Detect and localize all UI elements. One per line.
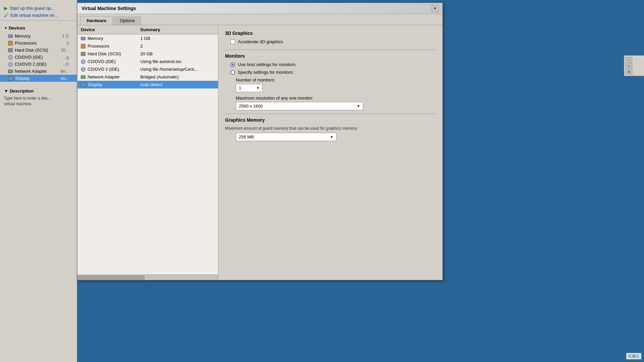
device-cell: Display (77, 81, 137, 88)
cdrom2-device-name: CD/DVD 2 (IDE) (88, 67, 119, 72)
monitors-option2-radio[interactable] (230, 70, 235, 75)
memory-summary: 1 GB (137, 35, 218, 43)
sidebar-memory-value: 1 G (62, 34, 69, 39)
max-resolution-arrow-icon: ▼ (357, 104, 360, 108)
sidebar-item-harddisk[interactable]: Hard Disk (SCSI) 20... (0, 47, 77, 54)
sidebar-processors-label: Processors (15, 41, 37, 46)
sidebar-item-cdrom1[interactable]: CD/DVD (IDE) ...g (0, 54, 77, 61)
dialog-title: Virtual Machine Settings (82, 6, 136, 11)
sidebar-cdrom1-label: CD/DVD (IDE) (15, 55, 43, 60)
device-list-scrollbar[interactable] (77, 275, 218, 280)
num-monitors-dropdown[interactable]: 1 ▼ (236, 84, 263, 92)
graphics-memory-sublabel: Maximum amount of guest memory that can … (225, 126, 436, 131)
graphics-memory-title: Graphics Memory (225, 117, 436, 123)
divider-1 (225, 50, 436, 50)
memory-device-name: Memory (88, 36, 103, 41)
device-cell: Memory (77, 35, 137, 43)
cdrom1-summary: Using file autoinst.iso (137, 58, 218, 65)
sidebar-item-cdrom2[interactable]: CD/DVD 2 (IDE) ...D (0, 61, 77, 68)
cdrom2-icon (8, 62, 13, 67)
cdrom1-icon (8, 55, 13, 60)
cpu-icon (8, 41, 13, 46)
network-table-icon (81, 75, 86, 79)
play-icon: ▶ (4, 5, 8, 11)
close-window-button[interactable]: ✕ (626, 69, 632, 74)
monitors-option2-row: Specify settings for monitors: (230, 70, 436, 75)
sidebar-item-harddisk-left: Hard Disk (SCSI) (8, 48, 48, 53)
device-cell: CD/DVD 2 (IDE) (77, 65, 137, 73)
device-cell: CD/DVD (IDE) (77, 58, 137, 65)
edit-link[interactable]: 🖊 Edit virtual machine se... (4, 13, 73, 18)
sidebar-item-processors-left: Processors (8, 41, 37, 46)
disk-table-icon (81, 52, 86, 56)
device-list-panel: Device Summary Memory 1 GB (77, 25, 218, 280)
num-monitors-value: 1 (239, 85, 241, 90)
dialog-title-bar: Virtual Machine Settings ✕ (77, 3, 442, 14)
accelerate-3d-row: Accelerate 3D graphics (230, 39, 436, 44)
sidebar-display-value: Au... (60, 76, 69, 81)
edit-label: Edit virtual machine se... (10, 13, 58, 18)
tabs-bar: Hardware Options (77, 14, 442, 25)
left-panel-top: ▶ Start up this guest op... 🖊 Edit virtu… (0, 3, 77, 21)
tab-hardware[interactable]: Hardware (80, 16, 113, 25)
divider-2 (225, 114, 436, 114)
accelerate-3d-label: Accelerate 3D graphics (238, 39, 283, 44)
sidebar-processors-value: 2 (66, 41, 69, 46)
startup-link[interactable]: ▶ Start up this guest op... (4, 5, 73, 11)
accelerate-3d-checkbox[interactable] (230, 40, 235, 44)
cdrom2-table-icon (81, 67, 86, 72)
device-table: Device Summary Memory 1 GB (77, 25, 218, 88)
sidebar-display-label: Display (15, 76, 30, 81)
max-resolution-label: Maximum resolution of any one monitor: (236, 96, 436, 101)
devices-section-header[interactable]: ▼ Devices (0, 23, 77, 33)
max-resolution-value: 2560 x 1600 (239, 104, 263, 109)
table-row[interactable]: Network Adapter Bridged (Automatic) (77, 73, 218, 81)
table-row[interactable]: CD/DVD 2 (IDE) Using file /home/setup/Ce… (77, 65, 218, 73)
table-row[interactable]: CD/DVD (IDE) Using file autoinst.iso (77, 58, 218, 65)
cdrom1-device-name: CD/DVD (IDE) (88, 59, 116, 64)
table-row[interactable]: Display Auto detect (77, 81, 218, 88)
monitors-option1-label: Use host settings for monitors (238, 62, 296, 67)
monitors-option1-radio[interactable] (230, 62, 235, 67)
sidebar-item-memory-left: Memory (8, 34, 31, 39)
table-row[interactable]: Hard Disk (SCSI) 20 GB (77, 50, 218, 58)
display-summary: Auto detect (137, 81, 218, 88)
cpu-device-name: Processors (88, 44, 109, 49)
table-row[interactable]: Processors 2 (77, 42, 218, 50)
sidebar-item-memory[interactable]: Memory 1 G (0, 33, 77, 40)
sidebar-item-cdrom2-left: CD/DVD 2 (IDE) (8, 62, 47, 67)
graphics-memory-dropdown[interactable]: 256 MB ▼ (236, 133, 336, 141)
scrollbar-thumb[interactable] (77, 276, 145, 280)
window-controls: ─ □ ✕ (624, 55, 644, 76)
summary-col-header: Summary (137, 25, 218, 35)
graphics-memory-arrow-icon: ▼ (330, 135, 333, 139)
description-arrow-icon: ▼ (4, 88, 8, 94)
sidebar-network-value: Bri... (60, 69, 69, 74)
description-section: ▼ Description Type here to enter a des..… (0, 84, 77, 111)
memory-icon (8, 35, 13, 38)
dialog-close-button[interactable]: ✕ (432, 5, 438, 12)
monitors-title: Monitors (225, 53, 436, 59)
cdrom2-summary: Using file /home/setup/Cent... (137, 65, 218, 73)
sidebar-harddisk-value: 20... (61, 48, 69, 53)
description-title: ▼ Description (4, 88, 73, 94)
description-title-text: Description (10, 88, 34, 94)
table-row[interactable]: Memory 1 GB (77, 35, 218, 43)
monitors-option2-label: Specify settings for monitors: (238, 70, 294, 75)
minimize-button[interactable]: ─ (626, 57, 632, 62)
network-icon (8, 70, 13, 73)
sidebar-item-processors[interactable]: Processors 2 (0, 40, 77, 47)
display-device-name: Display (88, 82, 103, 87)
max-resolution-dropdown[interactable]: 2560 x 1600 ▼ (236, 102, 363, 110)
disk-icon (8, 48, 13, 52)
cpu-table-icon (81, 44, 86, 49)
sidebar-harddisk-label: Hard Disk (SCSI) (15, 48, 48, 53)
sidebar-memory-label: Memory (15, 34, 31, 39)
sidebar-item-network[interactable]: Network Adapter Bri... (0, 68, 77, 75)
device-cell: Hard Disk (SCSI) (77, 50, 137, 58)
monitors-option1-row: Use host settings for monitors (230, 62, 436, 67)
sidebar-item-display[interactable]: Display Au... (0, 75, 77, 82)
restore-button[interactable]: □ (626, 63, 632, 68)
tab-options[interactable]: Options (113, 16, 141, 25)
num-monitors-arrow-icon: ▼ (256, 86, 260, 90)
